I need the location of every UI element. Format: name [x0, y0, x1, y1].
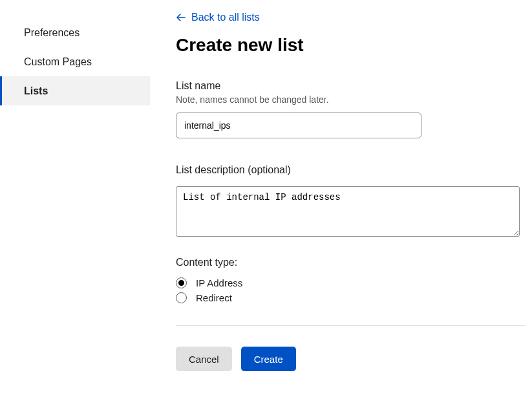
list-name-input[interactable]	[176, 113, 421, 138]
page-title: Create new list	[176, 35, 525, 56]
list-description-field-group: List description (optional)	[176, 164, 525, 239]
sidebar-item-preferences[interactable]: Preferences	[0, 18, 150, 47]
arrow-left-icon	[176, 12, 186, 23]
content-type-radio-group: IP Address Redirect	[176, 277, 525, 303]
content-type-option-redirect[interactable]: Redirect	[176, 292, 525, 303]
sidebar-item-lists[interactable]: Lists	[0, 76, 150, 105]
sidebar-item-label: Custom Pages	[24, 56, 92, 68]
sidebar-item-label: Lists	[24, 85, 48, 97]
cancel-button[interactable]: Cancel	[176, 347, 232, 371]
radio-icon	[176, 277, 187, 288]
radio-label: Redirect	[196, 292, 232, 303]
sidebar: Preferences Custom Pages Lists	[0, 0, 150, 399]
button-row: Cancel Create	[176, 347, 525, 371]
list-description-textarea[interactable]	[176, 186, 520, 237]
radio-icon	[176, 292, 187, 303]
list-name-field-group: List name Note, names cannot be changed …	[176, 80, 525, 138]
content-type-option-ip-address[interactable]: IP Address	[176, 277, 525, 288]
radio-label: IP Address	[196, 277, 242, 288]
list-name-label: List name	[176, 80, 525, 92]
create-button[interactable]: Create	[241, 347, 296, 371]
sidebar-item-label: Preferences	[24, 27, 80, 39]
back-link-text: Back to all lists	[191, 12, 260, 23]
divider	[176, 325, 525, 326]
sidebar-item-custom-pages[interactable]: Custom Pages	[0, 47, 150, 76]
list-name-note: Note, names cannot be changed later.	[176, 94, 525, 105]
back-to-all-lists-link[interactable]: Back to all lists	[176, 12, 260, 23]
list-description-label: List description (optional)	[176, 164, 525, 176]
content-type-label: Content type:	[176, 257, 525, 268]
main-content: Back to all lists Create new list List n…	[150, 0, 532, 399]
